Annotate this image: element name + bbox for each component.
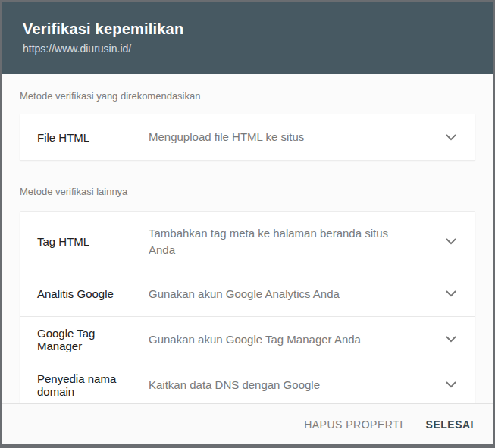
chevron-down-icon bbox=[446, 336, 456, 343]
method-description: Mengupload file HTML ke situs bbox=[149, 129, 415, 146]
method-description: Gunakan akun Google Analytics Anda bbox=[149, 286, 415, 302]
chevron-down-icon bbox=[446, 290, 456, 297]
method-row-tag-html[interactable]: Tag HTML Tambahkan tag meta ke halaman b… bbox=[20, 212, 475, 271]
method-row-google-analytics[interactable]: Analitis Google Gunakan akun Google Anal… bbox=[20, 271, 475, 316]
done-button[interactable]: SELESAI bbox=[426, 418, 474, 431]
other-methods-section-label: Metode verifikasi lainnya bbox=[20, 186, 475, 197]
method-name: Analitis Google bbox=[37, 287, 149, 300]
method-name: Tag HTML bbox=[37, 235, 149, 248]
method-name: File HTML bbox=[37, 131, 149, 144]
remove-property-button[interactable]: HAPUS PROPERTI bbox=[304, 418, 403, 431]
property-url: https://www.diurusin.id/ bbox=[23, 42, 472, 55]
chevron-down-icon bbox=[446, 238, 456, 245]
dialog-body: Metode verifikasi yang direkomendasikan … bbox=[2, 74, 493, 403]
method-name: Google Tag Manager bbox=[37, 327, 149, 352]
method-name: Penyedia nama domain bbox=[37, 372, 149, 398]
chevron-down-icon bbox=[446, 134, 456, 141]
dialog-header: Verifikasi kepemilikan https://www.diuru… bbox=[2, 2, 493, 74]
method-row-domain-name-provider[interactable]: Penyedia nama domain Kaitkan data DNS de… bbox=[20, 362, 475, 403]
chevron-down-icon bbox=[446, 381, 456, 388]
recommended-section-label: Metode verifikasi yang direkomendasikan bbox=[20, 90, 475, 102]
method-description: Kaitkan data DNS dengan Google bbox=[149, 377, 415, 393]
other-methods-card: Tag HTML Tambahkan tag meta ke halaman b… bbox=[20, 211, 475, 403]
verification-dialog: Verifikasi kepemilikan https://www.diuru… bbox=[0, 0, 495, 448]
dialog-footer: HAPUS PROPERTI SELESAI bbox=[2, 403, 493, 444]
method-description: Tambahkan tag meta ke halaman beranda si… bbox=[149, 225, 415, 258]
method-description: Gunakan akun Google Tag Manager Anda bbox=[149, 331, 415, 348]
recommended-method-card: File HTML Mengupload file HTML ke situs bbox=[20, 114, 475, 161]
method-row-file-html[interactable]: File HTML Mengupload file HTML ke situs bbox=[20, 114, 475, 160]
dialog-title: Verifikasi kepemilikan bbox=[23, 20, 472, 38]
method-row-google-tag-manager[interactable]: Google Tag Manager Gunakan akun Google T… bbox=[20, 316, 475, 362]
